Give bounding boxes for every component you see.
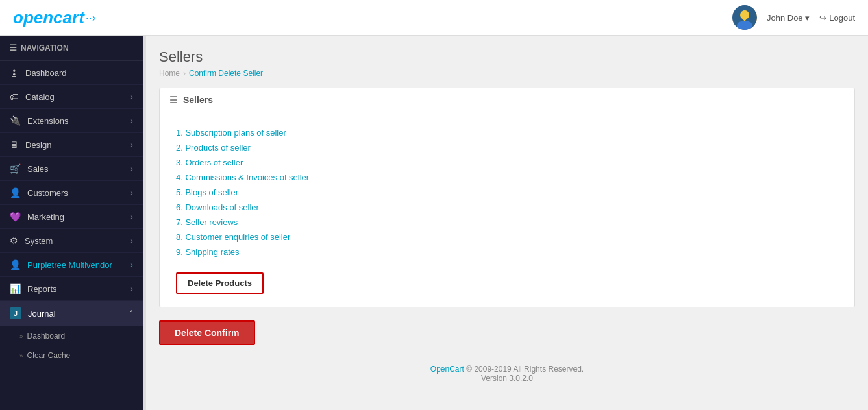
logout-icon: ↪ <box>819 13 826 23</box>
list-item: 5. Blogs of seller <box>176 185 838 200</box>
panel-header-icon: ☰ <box>169 95 178 105</box>
list-item: 6. Downloads of seller <box>176 200 838 215</box>
list-item: 9. Shipping rates <box>176 245 838 259</box>
sidebar-item-sales[interactable]: 🛒 Sales › <box>0 157 143 181</box>
marketing-arrow-icon: › <box>130 213 133 221</box>
avatar <box>732 5 757 30</box>
main-content: Sellers Home › Confirm Delete Seller ☰ S… <box>146 36 868 410</box>
list-item-link[interactable]: 2. Products of seller <box>176 143 251 152</box>
panel-title: Sellers <box>183 95 213 105</box>
list-item: 1. Subscription plans of seller <box>176 125 838 140</box>
sidebar-item-catalog[interactable]: 🏷 Catalog › <box>0 85 143 109</box>
logo: opencart ··› <box>13 8 96 28</box>
list-item-link[interactable]: 3. Orders of seller <box>176 158 243 167</box>
sidebar-sub-dashboard[interactable]: » Dashboard <box>0 326 143 346</box>
list-item: 4. Commissions & Invoices of seller <box>176 170 838 185</box>
system-arrow-icon: › <box>130 237 133 245</box>
marketing-icon: 💜 <box>10 211 21 222</box>
list-item-link[interactable]: 6. Downloads of seller <box>176 202 259 212</box>
list-item-link[interactable]: 8. Customer enquiries of seller <box>176 232 290 242</box>
list-item-link[interactable]: 5. Blogs of seller <box>176 187 238 197</box>
footer-link[interactable]: OpenCart <box>430 365 464 374</box>
dashboard-icon: 🎛 <box>10 67 19 78</box>
sidebar: ☰ NAVIGATION 🎛 Dashboard 🏷 Catalog › 🔌 E… <box>0 36 143 410</box>
list-item: 7. Seller reviews <box>176 215 838 230</box>
sellers-panel: ☰ Sellers 1. Subscription plans of selle… <box>159 88 855 308</box>
list-item: 3. Orders of seller <box>176 155 838 170</box>
reports-icon: 📊 <box>10 283 21 294</box>
reports-arrow-icon: › <box>130 285 133 293</box>
delete-confirm-button[interactable]: Delete Confirm <box>159 320 255 345</box>
nav-header-icon: ☰ <box>10 43 17 53</box>
sidebar-item-purpletree[interactable]: 👤 Purpletree Multivendor › <box>0 253 143 277</box>
sub-dot-icon: » <box>19 333 23 340</box>
customers-icon: 👤 <box>10 187 21 198</box>
sales-icon: 🛒 <box>10 163 21 174</box>
sidebar-item-customers[interactable]: 👤 Customers › <box>0 181 143 205</box>
purpletree-icon: 👤 <box>10 259 21 270</box>
list-item: 8. Customer enquiries of seller <box>176 230 838 245</box>
breadcrumb-current: Confirm Delete Seller <box>189 69 263 78</box>
sidebar-sub-clear-cache[interactable]: » Clear Cache <box>0 346 143 365</box>
sidebar-item-extensions[interactable]: 🔌 Extensions › <box>0 109 143 133</box>
sidebar-item-system[interactable]: ⚙ System › <box>0 229 143 253</box>
breadcrumb-separator: › <box>183 69 186 78</box>
footer: OpenCart © 2009-2019 All Rights Reserved… <box>159 345 855 392</box>
list-item-link[interactable]: 9. Shipping rates <box>176 247 240 257</box>
journal-icon: J <box>10 308 21 319</box>
journal-arrow-icon: ˅ <box>129 309 133 318</box>
list-item-link[interactable]: 1. Subscription plans of seller <box>176 128 286 138</box>
breadcrumb-home[interactable]: Home <box>159 69 180 78</box>
panel-header: ☰ Sellers <box>160 88 854 112</box>
page-header: Sellers Home › Confirm Delete Seller <box>159 49 855 78</box>
sidebar-item-marketing[interactable]: 💜 Marketing › <box>0 205 143 229</box>
purpletree-arrow-icon: › <box>130 261 133 269</box>
logout-button[interactable]: ↪ Logout <box>819 13 855 23</box>
layout: ☰ NAVIGATION 🎛 Dashboard 🏷 Catalog › 🔌 E… <box>0 36 868 410</box>
panel-body: 1. Subscription plans of seller2. Produc… <box>160 112 854 307</box>
delete-products-button[interactable]: Delete Products <box>176 272 264 294</box>
catalog-arrow-icon: › <box>130 93 133 101</box>
extensions-icon: 🔌 <box>10 115 21 126</box>
list-item: 2. Products of seller <box>176 140 838 155</box>
header: opencart ··› John Doe ↪ Logout <box>0 0 868 36</box>
user-name[interactable]: John Doe <box>767 13 810 23</box>
sub-dot2-icon: » <box>19 352 23 359</box>
sidebar-item-reports[interactable]: 📊 Reports › <box>0 277 143 301</box>
list-item-link[interactable]: 4. Commissions & Invoices of seller <box>176 173 309 182</box>
sidebar-item-journal[interactable]: J Journal ˅ <box>0 301 143 326</box>
svg-rect-3 <box>743 10 747 17</box>
catalog-icon: 🏷 <box>10 91 19 102</box>
page-title: Sellers <box>159 49 855 66</box>
footer-version: Version 3.0.2.0 <box>159 374 855 383</box>
customers-arrow-icon: › <box>130 189 133 197</box>
design-arrow-icon: › <box>130 141 133 149</box>
design-icon: 🖥 <box>10 139 19 150</box>
footer-copyright: © 2009-2019 All Rights Reserved. <box>464 365 584 374</box>
nav-header: ☰ NAVIGATION <box>0 36 143 61</box>
header-right: John Doe ↪ Logout <box>732 5 855 30</box>
breadcrumb: Home › Confirm Delete Seller <box>159 69 855 78</box>
logo-text: opencart <box>13 8 84 28</box>
sidebar-item-design[interactable]: 🖥 Design › <box>0 133 143 157</box>
sales-arrow-icon: › <box>130 165 133 173</box>
system-icon: ⚙ <box>10 235 18 246</box>
sellers-list: 1. Subscription plans of seller2. Produc… <box>176 125 838 259</box>
logo-arrows-icon: ··› <box>86 11 96 25</box>
sidebar-item-dashboard[interactable]: 🎛 Dashboard <box>0 61 143 85</box>
list-item-link[interactable]: 7. Seller reviews <box>176 217 238 227</box>
extensions-arrow-icon: › <box>130 117 133 125</box>
